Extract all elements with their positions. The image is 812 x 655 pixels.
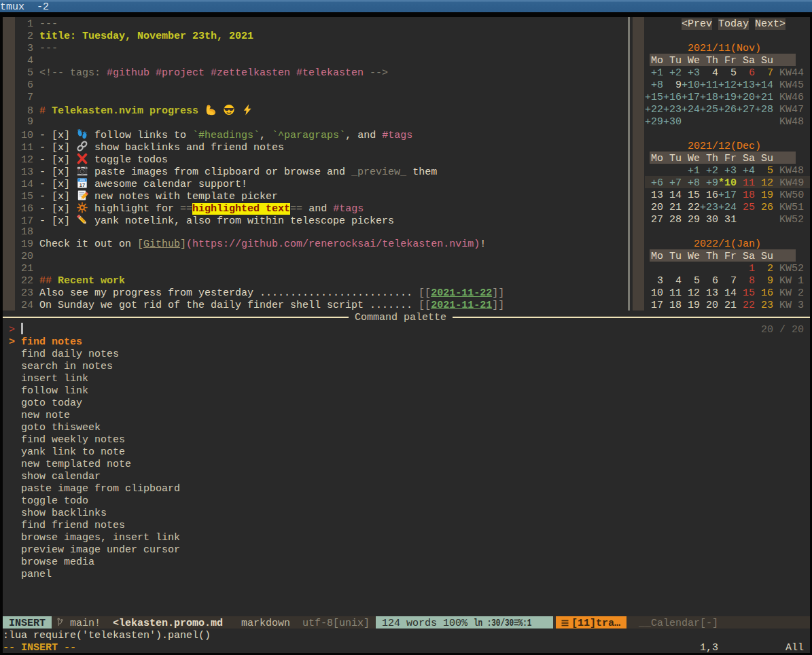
svg-text:17: 17 [80,182,85,188]
